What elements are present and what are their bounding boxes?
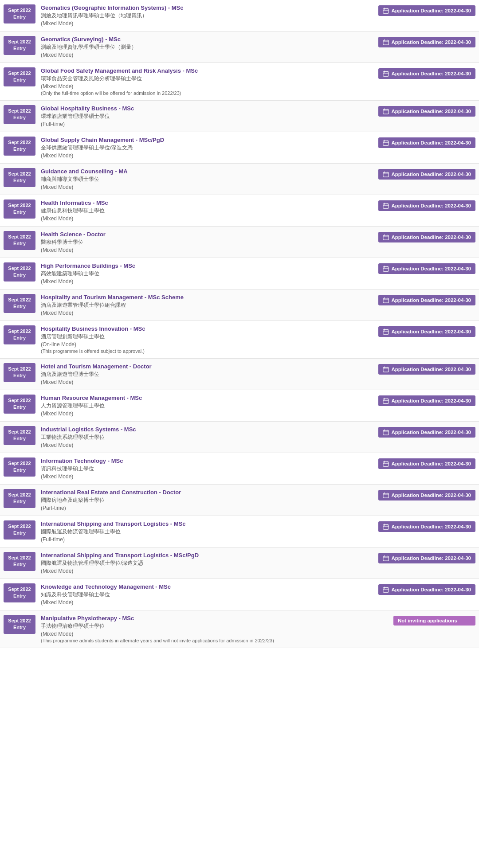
- program-title-chinese: 測繪及地理資訊學理學碩士學位（測量）: [41, 43, 375, 51]
- program-info: Global Hospitality Business - MSc環球酒店業管理…: [41, 105, 375, 127]
- entry-badge: Sept 2022 Entry: [4, 363, 35, 382]
- entry-badge: Sept 2022 Entry: [4, 325, 35, 344]
- deadline-text: Application Deadline: 2022-04-30: [391, 329, 471, 334]
- program-info: Manipulative Physiotherapy - MSc手法物理治療理學…: [41, 615, 390, 643]
- program-mode: (Mixed Mode): [41, 631, 390, 637]
- program-info: High Performance Buildings - MSc高效能建築理學碩…: [41, 262, 375, 285]
- deadline-badge: Application Deadline: 2022-04-30: [378, 263, 475, 274]
- program-title-chinese: 全球供應鏈管理理學碩士學位/深造文憑: [41, 144, 375, 152]
- deadline-badge: Application Deadline: 2022-04-30: [378, 364, 475, 375]
- program-title-english: Hotel and Tourism Management - Doctor: [41, 363, 375, 370]
- program-title-english: Manipulative Physiotherapy - MSc: [41, 615, 390, 622]
- svg-rect-64: [383, 525, 389, 530]
- calendar-icon: [383, 524, 389, 530]
- svg-rect-68: [383, 556, 389, 561]
- deadline-badge: Application Deadline: 2022-04-30: [378, 37, 475, 47]
- calendar-icon: [383, 8, 389, 14]
- deadline-text: Application Deadline: 2022-04-30: [391, 398, 471, 403]
- entry-badge: Sept 2022 Entry: [4, 67, 35, 86]
- entry-badge: Sept 2022 Entry: [4, 552, 35, 571]
- program-title-english: International Real Estate and Constructi…: [41, 489, 375, 496]
- program-info: Information Technology - MSc資訊科技理學碩士學位(M…: [41, 457, 375, 480]
- deadline-badge: Application Deadline: 2022-04-30: [378, 395, 475, 406]
- calendar-icon: [383, 328, 389, 335]
- program-info: International Shipping and Transport Log…: [41, 520, 375, 543]
- calendar-icon: [383, 203, 389, 209]
- table-row: Sept 2022 EntryGeomatics (Geographic Inf…: [0, 0, 479, 31]
- deadline-text: Application Deadline: 2022-04-30: [391, 524, 471, 529]
- entry-badge: Sept 2022 Entry: [4, 520, 35, 540]
- program-mode: (Mixed Mode): [41, 599, 375, 606]
- deadline-badge: Application Deadline: 2022-04-30: [378, 427, 475, 438]
- svg-rect-4: [383, 40, 389, 45]
- deadline-text: Application Deadline: 2022-04-30: [391, 109, 471, 114]
- entry-badge: Sept 2022 Entry: [4, 426, 35, 445]
- program-mode: (Mixed Mode): [41, 442, 375, 448]
- program-mode: (Mixed Mode): [41, 152, 375, 159]
- table-row: Sept 2022 EntryGeomatics (Surveying) - M…: [0, 31, 479, 63]
- entry-badge: Sept 2022 Entry: [4, 615, 35, 634]
- svg-rect-44: [383, 368, 389, 372]
- program-title-english: Information Technology - MSc: [41, 457, 375, 464]
- program-title-chinese: 環球食品安全管理及風險分析理學碩士學位: [41, 75, 375, 82]
- calendar-icon: [383, 108, 389, 114]
- entry-badge: Sept 2022 Entry: [4, 395, 35, 414]
- calendar-icon: [383, 586, 389, 593]
- table-row: Sept 2022 EntryHospitality Business Inno…: [0, 321, 479, 359]
- program-mode: (Full-time): [41, 536, 375, 543]
- deadline-text: Application Deadline: 2022-04-30: [391, 367, 471, 372]
- program-info: Knowledge and Technology Management - MS…: [41, 583, 375, 606]
- calendar-icon: [383, 297, 389, 303]
- program-list: Sept 2022 EntryGeomatics (Geographic Inf…: [0, 0, 479, 648]
- table-row: Sept 2022 EntryManipulative Physiotherap…: [0, 610, 479, 648]
- table-row: Sept 2022 EntryHealth Science - Doctor醫療…: [0, 227, 479, 258]
- entry-badge: Sept 2022 Entry: [4, 137, 35, 156]
- program-title-chinese: 環球酒店業管理理學碩士學位: [41, 113, 375, 120]
- svg-rect-16: [383, 141, 389, 146]
- program-mode: (Mixed Mode): [41, 411, 375, 417]
- program-mode: (Mixed Mode): [41, 473, 375, 480]
- entry-badge: Sept 2022 Entry: [4, 294, 35, 313]
- table-row: Sept 2022 EntryInternational Shipping an…: [0, 516, 479, 547]
- table-row: Sept 2022 EntryGlobal Hospitality Busine…: [0, 101, 479, 132]
- svg-rect-0: [383, 9, 389, 14]
- program-note: (This programme admits students in alter…: [41, 638, 390, 643]
- program-info: Health Informatics - MSc健康信息科技理學碩士學位(Mix…: [41, 199, 375, 222]
- deadline-badge: Application Deadline: 2022-04-30: [378, 553, 475, 563]
- program-title-english: Human Resource Management - MSc: [41, 395, 375, 401]
- entry-badge: Sept 2022 Entry: [4, 199, 35, 219]
- program-info: Guidance and Counselling - MA輔商與輔導文學碩士學位…: [41, 168, 375, 190]
- program-info: Hotel and Tourism Management - Doctor酒店及…: [41, 363, 375, 385]
- svg-rect-28: [383, 235, 389, 240]
- deadline-text: Application Deadline: 2022-04-30: [391, 587, 471, 592]
- entry-badge: Sept 2022 Entry: [4, 231, 35, 250]
- deadline-text: Application Deadline: 2022-04-30: [391, 430, 471, 435]
- table-row: Sept 2022 EntryHotel and Tourism Managem…: [0, 359, 479, 390]
- calendar-icon: [383, 461, 389, 467]
- program-info: Industrial Logistics Systems - MSc工業物流系統…: [41, 426, 375, 448]
- program-title-english: Global Food Safety Management and Risk A…: [41, 67, 375, 74]
- deadline-text: Application Deadline: 2022-04-30: [391, 140, 471, 145]
- table-row: Sept 2022 EntryInformation Technology - …: [0, 453, 479, 485]
- program-mode: (Mixed Mode): [41, 184, 375, 190]
- deadline-text: Application Deadline: 2022-04-30: [391, 203, 471, 208]
- entry-badge: Sept 2022 Entry: [4, 489, 35, 508]
- program-title-english: Hospitality Business Innovation - MSc: [41, 325, 375, 332]
- entry-badge: Sept 2022 Entry: [4, 168, 35, 187]
- program-title-english: Hospitality and Tourism Management - MSc…: [41, 294, 375, 301]
- program-title-chinese: 國際航運及物流管理理學碩士學位: [41, 528, 375, 536]
- program-mode: (On-line Mode): [41, 341, 375, 348]
- program-mode: (Mixed Mode): [41, 310, 375, 316]
- program-mode: (Mixed Mode): [41, 278, 375, 285]
- deadline-badge: Application Deadline: 2022-04-30: [378, 169, 475, 180]
- program-mode: (Mixed Mode): [41, 83, 375, 90]
- deadline-text: Application Deadline: 2022-04-30: [391, 493, 471, 498]
- entry-badge: Sept 2022 Entry: [4, 36, 35, 55]
- table-row: Sept 2022 EntryIndustrial Logistics Syst…: [0, 422, 479, 453]
- svg-rect-8: [383, 72, 389, 77]
- deadline-badge: Application Deadline: 2022-04-30: [378, 490, 475, 500]
- program-title-english: Global Supply Chain Management - MSc/PgD: [41, 137, 375, 143]
- deadline-text: Application Deadline: 2022-04-30: [391, 297, 471, 303]
- program-info: Global Food Safety Management and Risk A…: [41, 67, 375, 96]
- table-row: Sept 2022 EntryInternational Shipping an…: [0, 547, 479, 579]
